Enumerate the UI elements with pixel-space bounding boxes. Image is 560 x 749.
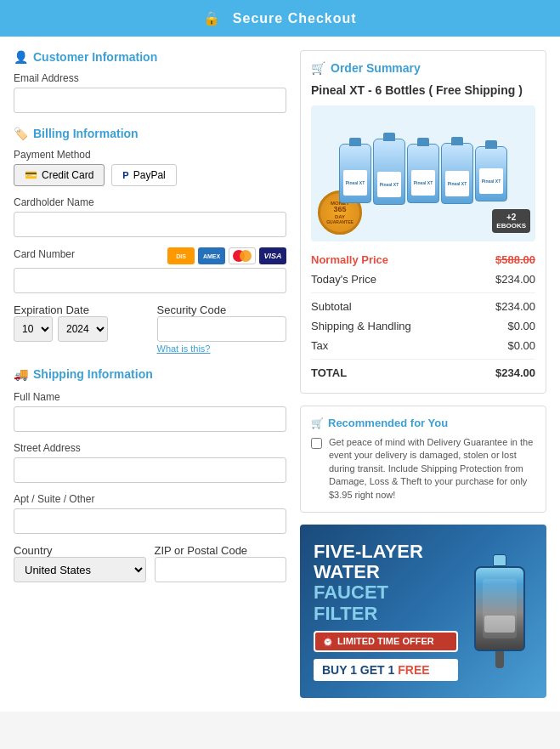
security-code-group: Security Code What is this? [157,304,287,354]
apt-input[interactable] [14,508,286,534]
cart-icon: 🛒 [311,61,325,75]
tax-label: Tax [311,339,328,352]
what-is-this-link[interactable]: What is this? [157,343,287,354]
payment-method-label: Payment Method [14,149,286,161]
todays-price-row: Today's Price $234.00 [311,270,535,289]
card-number-label: Card Number [14,248,75,260]
cardholder-name-label: Cardholder Name [14,196,286,208]
promo-bogo: BUY 1 GET 1 FREE [314,659,458,681]
billing-info-section: 🏷️ Billing Information [14,127,286,140]
card-number-input[interactable] [14,268,286,293]
order-summary-label: Order Summary [331,61,421,75]
subtotal-value: $234.00 [495,300,535,313]
todays-price-value: $234.00 [495,273,535,286]
full-name-input[interactable] [14,406,286,432]
total-value: $234.00 [495,366,535,379]
full-name-group: Full Name [14,391,286,432]
country-group: Country United States Canada United King… [14,544,146,582]
lock-icon: 🔒 [203,11,221,26]
zip-group: ZIP or Postal Code [155,544,287,582]
cart-icon-small: 🛒 [311,417,324,429]
customer-info-section: 👤 Customer Information [14,50,286,64]
expiry-year-select[interactable]: 2024 2025 2026 2027 2028 2029 2030 [58,316,108,342]
security-code-input[interactable] [157,316,287,342]
clock-icon: ⏰ [322,636,334,647]
delivery-guarantee-row: Get peace of mind with Delivery Guarante… [311,436,535,502]
country-zip-row: Country United States Canada United King… [14,544,286,582]
svg-point-1 [240,250,252,262]
email-input[interactable] [14,88,286,113]
credit-card-button[interactable]: 💳 Credit Card [14,164,105,186]
product-title: Pineal XT - 6 Bottles ( Free Shipping ) [311,83,535,97]
subtotal-row: Subtotal $234.00 [311,297,535,316]
order-summary-box: 🛒 Order Summary Pineal XT - 6 Bottles ( … [300,50,546,394]
normally-price-row: Normally Price $588.00 [311,250,535,270]
user-icon: 👤 [14,50,28,64]
discover-icon: DIS [167,247,195,264]
product-bottles: Pineal XT Pineal XT Pineal XT Pineal XT … [339,142,507,205]
bottle-5: Pineal XT [475,146,507,201]
payment-method-group: Payment Method 💳 Credit Card P PayPal [14,149,286,186]
promo-banner: FIVE-LAYER WATER FAUCET FILTER ⏰ LIMITED… [300,525,546,698]
delivery-guarantee-text: Get peace of mind with Delivery Guarante… [329,436,535,502]
zip-input[interactable] [155,557,287,582]
country-label: Country [14,544,53,557]
recommended-box: 🛒 Recommended for You Get peace of mind … [300,406,546,513]
promo-title: FIVE-LAYER WATER FAUCET FILTER [314,542,458,624]
cardholder-name-input[interactable] [14,212,286,237]
email-label: Email Address [14,72,286,84]
promo-title-line3: FILTER [314,603,377,624]
security-code-label: Security Code [157,304,227,316]
checkout-header: 🔒 Secure Checkout [0,0,560,37]
visa-icon: VISA [259,247,286,264]
expiry-group: Expiration Date 01 02 03 04 05 06 07 08 … [14,304,144,354]
promo-title-line2: FAUCET [314,582,388,603]
billing-info-label: Billing Information [33,127,139,140]
shipping-info-section: 🚚 Shipping Information [14,367,286,381]
left-column: 👤 Customer Information Email Address 🏷️ … [14,50,286,698]
bottle-3: Pineal XT [407,144,439,203]
payment-methods-row: 💳 Credit Card P PayPal [14,164,286,186]
full-name-label: Full Name [14,391,286,403]
zip-label: ZIP or Postal Code [155,544,248,557]
street-address-input[interactable] [14,457,286,483]
expiry-security-row: Expiration Date 01 02 03 04 05 06 07 08 … [14,304,286,354]
tax-row: Tax $0.00 [311,336,535,355]
paypal-icon: P [122,170,128,180]
street-address-group: Street Address [14,442,286,483]
promo-bogo-free: FREE [398,663,429,677]
expiry-label: Expiration Date [14,304,89,316]
customer-info-label: Customer Information [33,50,157,64]
credit-card-label: Credit Card [42,169,93,181]
delivery-guarantee-checkbox[interactable] [311,438,322,449]
tax-value: $0.00 [507,339,535,352]
promo-offer-badge: ⏰ LIMITED TIME OFFER [314,631,458,652]
mastercard-icon [229,247,256,264]
order-summary-title: 🛒 Order Summary [311,61,535,75]
subtotal-label: Subtotal [311,300,352,313]
truck-icon: 🚚 [14,367,28,381]
expiry-month-select[interactable]: 01 02 03 04 05 06 07 08 09 10 11 12 [14,316,53,342]
bottle-4: Pineal XT [441,143,473,204]
card-icons-row: DIS AMEX VISA [167,247,286,264]
tag-icon: 🏷️ [14,127,28,140]
normally-price-label: Normally Price [311,253,388,266]
filter-image-area [453,525,546,698]
apt-group: Apt / Suite / Other [14,493,286,534]
credit-card-icon: 💳 [25,169,37,181]
normally-price-value: $588.00 [495,253,535,266]
country-select[interactable]: United States Canada United Kingdom Aust… [14,557,146,582]
right-column: 🛒 Order Summary Pineal XT - 6 Bottles ( … [300,50,546,698]
paypal-label: PayPal [133,169,166,181]
product-image-area: MONEY 365 DAY GUARANTEE Pineal XT Pineal… [311,105,535,241]
promo-bogo-label: BUY 1 GET 1 [322,663,394,677]
apt-label: Apt / Suite / Other [14,493,286,505]
paypal-button[interactable]: P PayPal [111,164,176,186]
shipping-info-label: Shipping Information [33,367,153,381]
price-divider-1 [311,292,535,293]
shipping-row: Shipping & Handling $0.00 [311,316,535,336]
price-divider-2 [311,359,535,360]
bottle-2: Pineal XT [373,139,405,205]
email-group: Email Address [14,72,286,113]
todays-price-label: Today's Price [311,273,376,286]
